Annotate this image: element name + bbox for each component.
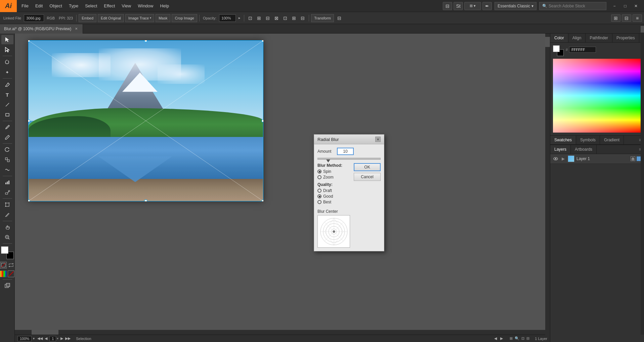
align-v-bottom-icon[interactable]: ⊟ <box>299 14 307 22</box>
nav-prev-button[interactable]: ◀ <box>43 336 49 341</box>
scroll-left-icon[interactable]: ◀ <box>493 336 498 341</box>
line-tool[interactable] <box>1 100 13 109</box>
right-panel-scroll-thumb[interactable] <box>641 26 644 33</box>
graph-tool[interactable] <box>1 178 13 187</box>
foreground-color-box[interactable] <box>1 246 8 254</box>
lasso-tool[interactable] <box>1 57 13 67</box>
page-arrow[interactable]: ▾ <box>57 337 58 340</box>
layer-row-1[interactable]: ▶ Layer 1 <box>550 154 644 164</box>
menu-file[interactable]: File <box>18 0 32 12</box>
symbol-sprayer-tool[interactable] <box>1 188 13 197</box>
selection-tool[interactable] <box>1 35 13 44</box>
search-icon-status[interactable]: 🔍 <box>515 336 519 341</box>
panel-options-icon[interactable]: ⊟ <box>622 14 631 22</box>
rect-tool[interactable] <box>1 110 13 119</box>
amount-slider-track[interactable] <box>317 158 381 160</box>
slice-tool[interactable] <box>1 210 13 219</box>
tab-symbols[interactable]: Symbols <box>576 136 600 144</box>
hex-value[interactable]: FFFFFF <box>569 47 596 53</box>
good-radio[interactable]: Good <box>317 194 351 199</box>
layer-expand-icon[interactable]: ▶ <box>560 156 566 161</box>
artboard-tool[interactable] <box>1 200 13 209</box>
align-h-left-icon[interactable]: ⊞ <box>255 14 263 22</box>
scrollbar-thumb-v[interactable] <box>545 37 550 47</box>
best-radio[interactable]: Best <box>317 200 351 204</box>
zoom-arrow[interactable]: ▾ <box>33 337 35 340</box>
tab-color[interactable]: Color <box>550 34 568 42</box>
page-number[interactable]: 1 <box>49 336 56 341</box>
amount-slider-thumb[interactable] <box>326 159 330 162</box>
dialog-close-button[interactable]: ✕ <box>375 137 381 142</box>
opacity-value[interactable]: 100% <box>219 14 236 22</box>
tab-align[interactable]: Align <box>568 34 586 42</box>
close-button[interactable]: ✕ <box>631 1 641 11</box>
spin-radio[interactable]: Spin <box>317 169 351 174</box>
no-fill-icon[interactable] <box>0 262 7 268</box>
tab-gradient[interactable]: Gradient <box>600 136 624 144</box>
align-h-right-icon[interactable]: ⊠ <box>272 14 281 22</box>
cancel-button[interactable]: Cancel <box>354 173 381 181</box>
vertical-scrollbar[interactable] <box>545 34 550 337</box>
zoom-tool[interactable] <box>1 233 13 242</box>
menu-window[interactable]: Window <box>134 0 157 12</box>
tab-artboards[interactable]: Artboards <box>571 145 597 154</box>
menu-type[interactable]: Type <box>66 0 82 12</box>
none-indicator[interactable] <box>8 271 14 277</box>
amount-input[interactable] <box>337 148 354 155</box>
right-panel-scroll[interactable] <box>641 24 644 335</box>
select-object-icon[interactable]: ⊡ <box>246 14 254 22</box>
menu-help[interactable]: Help <box>157 0 172 12</box>
tab-layers[interactable]: Layers <box>550 145 571 154</box>
direct-selection-tool[interactable] <box>1 45 13 54</box>
maximize-button[interactable]: □ <box>620 1 631 11</box>
rotate-tool[interactable] <box>1 145 13 154</box>
align-h-center-icon[interactable]: ⊟ <box>264 14 272 22</box>
align-v-top-icon[interactable]: ⊡ <box>281 14 289 22</box>
nav-next-button[interactable]: ▶ <box>59 336 65 341</box>
tab-pathfinder[interactable]: Pathfinder <box>586 34 612 42</box>
nav-last-button[interactable]: ▶▶ <box>65 336 71 341</box>
grid-icon[interactable]: ⊞ ▾ <box>464 2 481 10</box>
zoom-value[interactable]: 100% <box>17 336 32 341</box>
menu-view[interactable]: View <box>118 0 134 12</box>
hand-tool[interactable] <box>1 223 13 232</box>
gradient-indicator[interactable] <box>0 271 7 277</box>
transform-options-icon[interactable]: ⊟ <box>335 14 343 22</box>
draft-radio[interactable]: Draft <box>317 188 351 193</box>
minimize-button[interactable]: − <box>609 1 620 11</box>
scrollbar-thumb-h[interactable] <box>32 330 58 335</box>
menu-select[interactable]: Select <box>82 0 100 12</box>
embed-button[interactable]: Embed <box>79 14 96 22</box>
ok-button[interactable]: OK <box>354 163 381 171</box>
align-v-center-icon[interactable]: ⊞ <box>290 14 298 22</box>
doc-tab-close[interactable]: ✕ <box>74 27 79 31</box>
pencil-tool[interactable] <box>1 133 13 142</box>
mask-button[interactable]: Mask <box>156 14 170 22</box>
magic-wand-tool[interactable]: ✦ <box>1 67 13 77</box>
image-trace-button[interactable]: Image Trace ▾ <box>125 14 154 22</box>
zoom-radio[interactable]: Zoom <box>317 175 351 180</box>
duplicate-artboard-icon[interactable] <box>1 281 13 290</box>
libraries-icon[interactable]: ⊟ <box>443 2 452 10</box>
share-icon[interactable]: ⊡ <box>521 336 524 341</box>
layer-visibility-icon[interactable] <box>553 156 558 161</box>
panel-menu-icon[interactable]: ⊞ <box>611 14 620 22</box>
menu-effect[interactable]: Effect <box>100 0 118 12</box>
layer-lock-icon[interactable] <box>631 156 635 161</box>
menu-edit[interactable]: Edit <box>32 0 46 12</box>
tab-swatches[interactable]: Swatches <box>550 136 576 144</box>
crop-image-button[interactable]: Crop Image <box>172 14 197 22</box>
blur-center-preview[interactable] <box>317 215 350 248</box>
pen-tool-icon[interactable]: ✒ <box>482 2 492 10</box>
scale-tool[interactable] <box>1 155 13 164</box>
tab-properties[interactable]: Properties <box>612 34 639 42</box>
document-tab[interactable]: Blur.ai* @ 100% (RGB/GPU Preview) ✕ <box>0 24 83 34</box>
workspace-selector[interactable]: Essentials Classic ▾ <box>495 2 536 10</box>
fill-color-box[interactable] <box>553 45 560 52</box>
panel-close-icon[interactable]: ≡ <box>633 14 642 22</box>
color-spectrum[interactable] <box>553 59 641 133</box>
pen-tool[interactable] <box>1 80 13 89</box>
warp-tool[interactable] <box>1 165 13 175</box>
type-tool[interactable]: T <box>1 90 13 99</box>
edit-original-button[interactable]: Edit Original <box>98 14 124 22</box>
